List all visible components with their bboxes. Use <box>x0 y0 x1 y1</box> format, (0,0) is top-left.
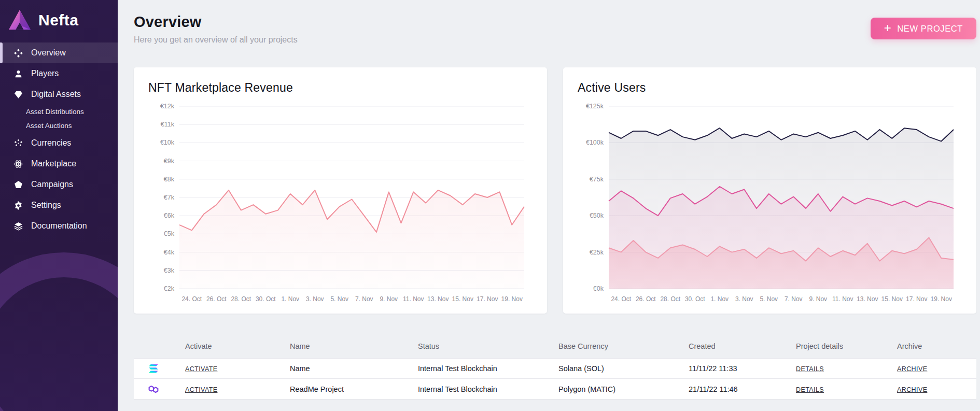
svg-text:26. Oct: 26. Oct <box>636 295 656 303</box>
svg-text:30. Oct: 30. Oct <box>256 295 276 303</box>
brand-logo[interactable]: Nefta <box>0 0 118 42</box>
new-project-button[interactable]: + NEW PROJECT <box>871 18 976 39</box>
activate-link[interactable]: ACTIVATE <box>185 386 217 393</box>
archive-link[interactable]: ARCHIVE <box>897 386 927 393</box>
chart-cards-row: NFT Marketplace Revenue €2k€3k€4k€5k€6k€… <box>134 67 976 314</box>
column-header-base-currency: Base Currency <box>558 342 689 350</box>
svg-text:13. Nov: 13. Nov <box>427 295 449 303</box>
solana-icon <box>134 362 185 375</box>
sidebar-item-label: Documentation <box>31 221 87 231</box>
sidebar-item-settings[interactable]: Settings <box>0 195 118 216</box>
sidebar-item-label: Settings <box>31 201 61 210</box>
active-users-chart-card: Active Users €0k€25k€50k€75k€100k€125k24… <box>563 67 976 314</box>
column-header-created: Created <box>689 342 796 350</box>
svg-text:5. Nov: 5. Nov <box>330 295 348 303</box>
project-status: Internal Test Blockchain <box>418 364 558 373</box>
svg-text:€25k: €25k <box>590 249 604 256</box>
column-header-archive: Archive <box>897 342 976 350</box>
sidebar-item-label: Marketplace <box>31 159 76 168</box>
sidebar-item-digital-assets[interactable]: Digital Assets <box>0 84 118 105</box>
projects-table-header: ActivateNameStatusBase CurrencyCreatedPr… <box>134 334 976 358</box>
sidebar-item-currencies[interactable]: Currencies <box>0 133 118 153</box>
svg-text:7. Nov: 7. Nov <box>785 295 803 303</box>
project-base-currency: Solana (SOL) <box>558 364 689 373</box>
new-project-label: NEW PROJECT <box>897 24 963 34</box>
sidebar-item-overview[interactable]: Overview <box>0 42 118 63</box>
revenue-chart: €2k€3k€4k€5k€6k€7k€8k€9k€10k€11k€12k24. … <box>148 99 533 307</box>
project-created: 21/11/22 11:46 <box>689 385 796 393</box>
svg-text:11. Nov: 11. Nov <box>403 295 424 303</box>
column-header-status: Status <box>418 342 558 350</box>
svg-text:€75k: €75k <box>590 176 604 183</box>
activate-link[interactable]: ACTIVATE <box>185 365 217 373</box>
svg-text:€6k: €6k <box>164 212 175 219</box>
table-row: ACTIVATENameInternal Test BlockchainSola… <box>134 358 976 379</box>
table-row: ACTIVATEReadMe ProjectInternal Test Bloc… <box>134 379 976 400</box>
active-users-chart-title: Active Users <box>578 81 962 95</box>
svg-text:17. Nov: 17. Nov <box>477 295 498 303</box>
digital-assets-icon <box>13 89 23 100</box>
page-header: Overview Here you get an overview of all… <box>134 13 976 45</box>
svg-text:30. Oct: 30. Oct <box>685 295 705 303</box>
archive-link[interactable]: ARCHIVE <box>897 365 927 373</box>
project-created: 11/11/22 11:33 <box>689 364 796 373</box>
svg-text:€100k: €100k <box>586 139 604 146</box>
svg-text:€8k: €8k <box>164 176 175 183</box>
svg-text:3. Nov: 3. Nov <box>306 295 324 303</box>
svg-text:1. Nov: 1. Nov <box>281 295 299 303</box>
svg-text:€10k: €10k <box>160 139 175 146</box>
svg-text:1. Nov: 1. Nov <box>710 295 729 303</box>
project-name: ReadMe Project <box>290 385 418 393</box>
players-icon <box>13 68 23 79</box>
sidebar-nav: OverviewPlayersDigital AssetsAsset Distr… <box>0 42 118 236</box>
plus-icon: + <box>884 22 892 34</box>
app-root: Nefta OverviewPlayersDigital AssetsAsset… <box>0 0 980 411</box>
projects-table: ActivateNameStatusBase CurrencyCreatedPr… <box>134 334 976 400</box>
svg-text:5. Nov: 5. Nov <box>760 295 778 303</box>
svg-text:€125k: €125k <box>586 103 604 110</box>
sidebar-item-players[interactable]: Players <box>0 63 118 84</box>
svg-text:9. Nov: 9. Nov <box>809 295 827 303</box>
svg-text:28. Oct: 28. Oct <box>231 295 251 303</box>
sidebar-subitem-asset-auctions[interactable]: Asset Auctions <box>0 119 118 133</box>
svg-text:€12k: €12k <box>160 103 175 110</box>
sidebar-subitem-asset-distributions[interactable]: Asset Distributions <box>0 105 118 119</box>
svg-text:7. Nov: 7. Nov <box>355 295 373 303</box>
svg-text:€7k: €7k <box>164 194 175 201</box>
page-subtitle: Here you get an overview of all your pro… <box>134 35 298 45</box>
svg-text:€50k: €50k <box>590 212 604 219</box>
svg-text:17. Nov: 17. Nov <box>906 295 927 303</box>
sidebar-item-documentation[interactable]: Documentation <box>0 216 118 236</box>
project-base-currency: Polygon (MATIC) <box>558 385 689 393</box>
sidebar-item-label: Players <box>31 69 59 78</box>
sidebar-item-label: Digital Assets <box>31 90 81 99</box>
svg-text:19. Nov: 19. Nov <box>931 295 952 303</box>
svg-text:€0k: €0k <box>593 285 604 292</box>
sidebar-item-label: Campaigns <box>31 180 73 189</box>
project-status: Internal Test Blockchain <box>418 385 558 393</box>
sidebar-item-campaigns[interactable]: Campaigns <box>0 174 118 195</box>
main-content: Overview Here you get an overview of all… <box>118 0 980 411</box>
svg-text:24. Oct: 24. Oct <box>611 295 631 303</box>
svg-text:€2k: €2k <box>164 285 175 292</box>
brand-logo-icon <box>6 8 32 32</box>
svg-text:€5k: €5k <box>164 230 175 237</box>
details-link[interactable]: DETAILS <box>796 365 824 373</box>
brand-name: Nefta <box>38 11 79 29</box>
column-header-activate: Activate <box>185 342 290 350</box>
overview-icon <box>13 48 23 58</box>
svg-text:19. Nov: 19. Nov <box>501 295 523 303</box>
svg-text:26. Oct: 26. Oct <box>206 295 227 303</box>
campaigns-icon <box>13 179 23 190</box>
page-title: Overview <box>134 13 298 31</box>
details-link[interactable]: DETAILS <box>796 386 824 393</box>
svg-text:3. Nov: 3. Nov <box>735 295 753 303</box>
revenue-chart-title: NFT Marketplace Revenue <box>148 81 533 95</box>
svg-text:15. Nov: 15. Nov <box>452 295 473 303</box>
svg-text:€11k: €11k <box>161 121 175 128</box>
sidebar-item-marketplace[interactable]: Marketplace <box>0 153 118 174</box>
active-users-chart: €0k€25k€50k€75k€100k€125k24. Oct26. Oct2… <box>578 99 962 307</box>
documentation-icon <box>13 221 23 231</box>
project-name: Name <box>290 364 418 373</box>
sidebar-item-label: Overview <box>31 48 66 58</box>
